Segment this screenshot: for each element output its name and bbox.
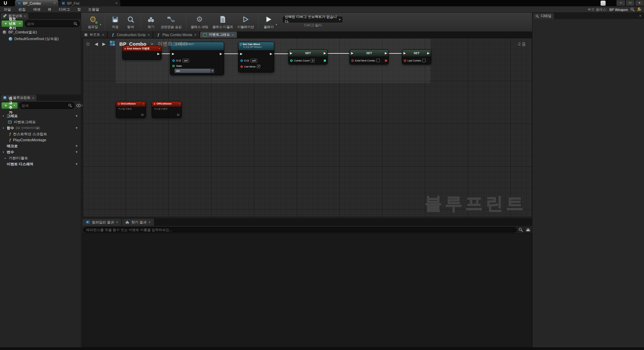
sidebar-item-event-graph[interactable]: 이벤트그래프: [0, 119, 81, 125]
tri-open-icon[interactable]: ▾: [3, 115, 7, 118]
sidebar-item-defaults[interactable]: ▸ 기본/디폴트: [0, 155, 81, 161]
components-search-input[interactable]: [27, 22, 72, 26]
close-icon[interactable]: ×: [232, 33, 234, 37]
breadcrumb-root[interactable]: BP_Combo: [119, 41, 146, 47]
exist-next-combo-checkbox[interactable]: [376, 59, 380, 62]
bool-pin[interactable]: [351, 59, 354, 62]
add-component-button[interactable]: ＋ 컴포넌트 추가 ▾: [1, 20, 23, 27]
menu-help[interactable]: 도움말: [85, 6, 103, 13]
compile-button[interactable]: ⚙ 컴파일: [85, 13, 101, 31]
component-row-self[interactable]: BP_Combo(셀프): [0, 29, 81, 35]
node-set-can-move[interactable]: ƒ Set Can Move 타겟은 BP Weapon ▶ ▶ 타겟 self…: [238, 42, 274, 72]
add-macro-button[interactable]: ＋: [74, 144, 79, 148]
sidebar-item-construction-script[interactable]: ƒ 컨스트럭션 스크립트: [0, 131, 81, 137]
exec-in-pin[interactable]: ▶: [290, 52, 292, 55]
unreal-logo[interactable]: U: [2, 0, 9, 6]
menu-edit[interactable]: 편집: [15, 6, 29, 13]
object-pin[interactable]: [240, 59, 243, 62]
node-set-combo-count[interactable]: SET ▶ ▶ Combo Count 0: [288, 49, 328, 64]
components-search[interactable]: [25, 20, 80, 27]
close-icon[interactable]: ×: [148, 33, 150, 37]
exec-in-pin[interactable]: ▶: [404, 52, 406, 55]
menu-asset[interactable]: 에셋: [29, 6, 44, 13]
close-icon[interactable]: ×: [116, 220, 118, 224]
tab-details[interactable]: 디테일: [533, 13, 554, 19]
delegate-pin[interactable]: [143, 103, 145, 105]
tab-event-graph[interactable]: 이벤트그래프 ×: [200, 32, 237, 38]
add-variable-button[interactable]: ＋: [74, 150, 79, 154]
node-set-exist-next-combo[interactable]: SET ▶ ▶ Exist Next Combo: [349, 49, 389, 64]
close-window-button[interactable]: ×: [635, 0, 644, 6]
int-pin[interactable]: [290, 59, 293, 62]
tab-play-combo-montage[interactable]: ƒ Play Combo Monta ×: [153, 32, 200, 38]
nav-forward-icon[interactable]: ▶: [102, 41, 106, 46]
bool-pin[interactable]: [404, 59, 406, 62]
menu-view[interactable]: 뷰: [44, 6, 55, 13]
add-new-button[interactable]: ＋ 신규 추가 ▾: [1, 102, 18, 109]
event-graph-canvas[interactable]: ◆ End Attack 이벤트 ▶ 타겟은 BP Weapon ▶ ▶ 타겟 …: [83, 38, 532, 217]
caret-down-icon[interactable]: ▾: [276, 23, 277, 26]
close-icon[interactable]: ×: [102, 33, 104, 37]
int-value-box[interactable]: 0: [311, 59, 315, 62]
add-graph-button[interactable]: ＋: [74, 114, 79, 118]
asset-tab-bp-fist[interactable]: BP_Fist ×: [59, 0, 120, 6]
debug-object-dropdown[interactable]: 선택된 디버그 오브젝트가 없습니다. ▼: [283, 17, 342, 22]
exec-in-pin[interactable]: ▶: [240, 52, 243, 55]
exec-out-pin[interactable]: ▶: [385, 52, 387, 55]
browse-button[interactable]: 탐색: [123, 13, 138, 31]
delegate-pin[interactable]: [178, 103, 180, 105]
node-off-collision[interactable]: ◆ OffCollision 커스텀 이벤트 ▷: [152, 101, 182, 118]
node-on-collision[interactable]: ◆ OnCollision 커스텀 이벤트 ▷: [116, 101, 146, 118]
wrench-icon[interactable]: [637, 7, 641, 13]
exec-out-pin[interactable]: ▶: [270, 52, 272, 55]
menu-file[interactable]: 파일: [0, 6, 15, 13]
bool-out-pin[interactable]: [385, 59, 387, 62]
tab-compiler-results[interactable]: 컴파일러 결과 ×: [83, 219, 121, 226]
object-pin[interactable]: [172, 59, 175, 62]
tri-open-icon[interactable]: ▾: [3, 151, 7, 154]
close-icon[interactable]: ×: [116, 1, 118, 5]
close-icon[interactable]: ×: [639, 14, 641, 18]
target-value-box[interactable]: self: [251, 59, 257, 62]
tri-closed-icon[interactable]: ▸: [5, 157, 9, 160]
save-button[interactable]: 저장: [108, 13, 123, 31]
breadcrumb-leaf[interactable]: 이벤트그래프: [158, 41, 188, 47]
target-value-box[interactable]: self: [182, 59, 189, 62]
unreal-badge-icon[interactable]: [601, 1, 606, 6]
menu-debug[interactable]: 디버그: [55, 6, 73, 13]
menu-window[interactable]: 창: [73, 6, 85, 13]
search-icon[interactable]: [518, 227, 523, 232]
sidebar-item-play-combo-montage[interactable]: ƒ PlayComboMontage: [0, 137, 81, 143]
exec-out-pin[interactable]: ▶: [324, 52, 326, 55]
exec-out-pin[interactable]: ▷: [142, 113, 144, 116]
can-move-checkbox[interactable]: [257, 65, 260, 68]
tri-open-icon[interactable]: ▾: [3, 127, 7, 130]
close-icon[interactable]: ×: [194, 33, 196, 37]
exec-in-pin[interactable]: ▶: [172, 52, 174, 55]
my-blueprint-search-input[interactable]: [22, 104, 67, 108]
find-in-blueprints-button[interactable]: [525, 227, 531, 232]
close-icon[interactable]: ×: [54, 1, 56, 5]
tab-my-blueprint[interactable]: 내 블루프린트 ×: [1, 95, 36, 101]
class-defaults-button[interactable]: 클래스 디폴트: [210, 13, 235, 31]
last-combo-checkbox[interactable]: [422, 59, 426, 62]
find-button[interactable]: 찾기: [143, 13, 159, 31]
sidebar-section-functions[interactable]: ▾ 함수 (32 오버라이더블) ＋: [0, 125, 81, 131]
simulation-button[interactable]: 시뮬레이션: [235, 13, 256, 31]
add-event-dispatcher-button[interactable]: ＋: [74, 162, 79, 166]
exec-out-pin[interactable]: ▷: [177, 113, 180, 116]
sidebar-section-variables[interactable]: ▾ 변수 ＋: [0, 149, 81, 155]
my-blueprint-search[interactable]: [19, 102, 74, 109]
int-out-pin[interactable]: [324, 59, 326, 62]
maximize-button[interactable]: □: [626, 0, 635, 6]
find-results-search-input[interactable]: [86, 228, 514, 232]
close-icon[interactable]: ×: [24, 14, 26, 18]
exec-in-pin[interactable]: ▶: [351, 52, 353, 55]
tab-construction-script[interactable]: ƒ Construction Scrip ×: [108, 32, 153, 38]
sidebar-section-graphs[interactable]: ▾ 그래프 ＋: [0, 113, 81, 119]
asset-tab-bp-combo[interactable]: BP_Combo ×: [15, 0, 58, 6]
exec-out-pin[interactable]: ▶: [220, 52, 222, 55]
exec-out-pin[interactable]: ▶: [157, 52, 160, 55]
add-function-button[interactable]: ＋: [74, 126, 79, 130]
visibility-filter-button[interactable]: ▾: [76, 103, 83, 109]
